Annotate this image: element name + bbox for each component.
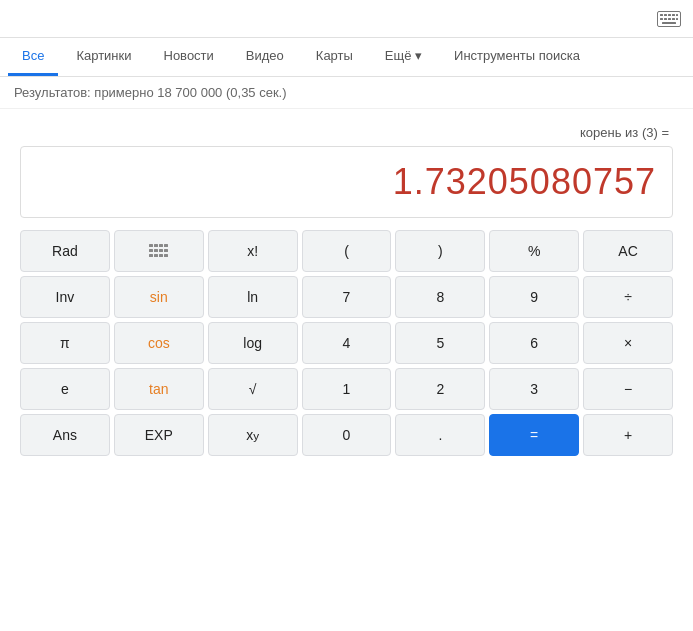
svg-rect-1 <box>660 14 663 16</box>
svg-rect-8 <box>668 18 671 20</box>
btn-add[interactable]: + <box>583 414 673 456</box>
calc-grid: Rad x! ( ) % AC Inv sin ln <box>20 230 673 456</box>
btn-7[interactable]: 7 <box>302 276 392 318</box>
tab-more[interactable]: Ещё ▾ <box>371 38 436 76</box>
svg-rect-10 <box>676 18 678 20</box>
btn-ln[interactable]: ln <box>208 276 298 318</box>
svg-rect-23 <box>164 254 168 257</box>
btn-log[interactable]: log <box>208 322 298 364</box>
btn-grid[interactable] <box>114 230 204 272</box>
btn-dot[interactable]: . <box>395 414 485 456</box>
tab-images[interactable]: Картинки <box>62 38 145 76</box>
btn-0[interactable]: 0 <box>302 414 392 456</box>
btn-4[interactable]: 4 <box>302 322 392 364</box>
tab-news[interactable]: Новости <box>150 38 228 76</box>
svg-rect-3 <box>668 14 671 16</box>
svg-rect-21 <box>154 254 158 257</box>
svg-rect-11 <box>662 22 676 24</box>
btn-exp[interactable]: EXP <box>114 414 204 456</box>
svg-rect-4 <box>672 14 675 16</box>
svg-rect-20 <box>149 254 153 257</box>
btn-sin[interactable]: sin <box>114 276 204 318</box>
btn-sqrt[interactable]: √ <box>208 368 298 410</box>
btn-subtract[interactable]: − <box>583 368 673 410</box>
svg-rect-22 <box>159 254 163 257</box>
tab-video[interactable]: Видео <box>232 38 298 76</box>
btn-tan[interactable]: tan <box>114 368 204 410</box>
btn-close-paren[interactable]: ) <box>395 230 485 272</box>
tab-maps[interactable]: Карты <box>302 38 367 76</box>
svg-rect-7 <box>664 18 667 20</box>
btn-power[interactable]: xy <box>208 414 298 456</box>
btn-1[interactable]: 1 <box>302 368 392 410</box>
btn-multiply[interactable]: × <box>583 322 673 364</box>
svg-rect-13 <box>154 244 158 247</box>
svg-rect-5 <box>676 14 678 16</box>
svg-rect-6 <box>660 18 663 20</box>
btn-ac[interactable]: AC <box>583 230 673 272</box>
calculator: корень из (3) = 1.73205080757 Rad x! <box>0 109 693 472</box>
calc-expression: корень из (3) = <box>20 125 673 140</box>
svg-rect-16 <box>149 249 153 252</box>
search-bar: корень из трех <box>0 0 693 38</box>
btn-percent[interactable]: % <box>489 230 579 272</box>
svg-rect-14 <box>159 244 163 247</box>
btn-e[interactable]: e <box>20 368 110 410</box>
svg-rect-18 <box>159 249 163 252</box>
svg-rect-2 <box>664 14 667 16</box>
svg-rect-19 <box>164 249 168 252</box>
search-input[interactable]: корень из трех <box>12 8 649 29</box>
btn-3[interactable]: 3 <box>489 368 579 410</box>
btn-5[interactable]: 5 <box>395 322 485 364</box>
btn-6[interactable]: 6 <box>489 322 579 364</box>
btn-inv[interactable]: Inv <box>20 276 110 318</box>
btn-factorial[interactable]: x! <box>208 230 298 272</box>
btn-rad[interactable]: Rad <box>20 230 110 272</box>
svg-rect-9 <box>672 18 675 20</box>
btn-2[interactable]: 2 <box>395 368 485 410</box>
btn-open-paren[interactable]: ( <box>302 230 392 272</box>
svg-rect-12 <box>149 244 153 247</box>
calc-display: 1.73205080757 <box>20 146 673 218</box>
results-info: Результатов: примерно 18 700 000 (0,35 с… <box>0 77 693 109</box>
btn-divide[interactable]: ÷ <box>583 276 673 318</box>
nav-tabs: Все Картинки Новости Видео Карты Ещё ▾ И… <box>0 38 693 77</box>
tab-tools[interactable]: Инструменты поиска <box>440 38 594 76</box>
btn-9[interactable]: 9 <box>489 276 579 318</box>
tab-all[interactable]: Все <box>8 38 58 76</box>
btn-8[interactable]: 8 <box>395 276 485 318</box>
keyboard-icon[interactable] <box>657 10 681 28</box>
btn-cos[interactable]: cos <box>114 322 204 364</box>
svg-rect-17 <box>154 249 158 252</box>
btn-ans[interactable]: Ans <box>20 414 110 456</box>
svg-rect-15 <box>164 244 168 247</box>
btn-pi[interactable]: π <box>20 322 110 364</box>
btn-equals[interactable]: = <box>489 414 579 456</box>
